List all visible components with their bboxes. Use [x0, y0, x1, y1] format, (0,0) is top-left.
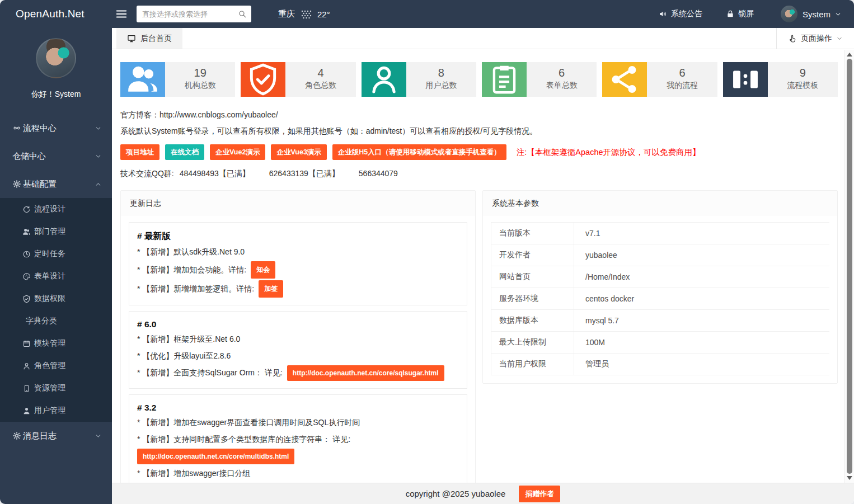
- people-icon: [120, 62, 165, 97]
- lock-icon: [726, 10, 735, 18]
- share-icon: [602, 62, 647, 97]
- scroll-up-arrow[interactable]: [847, 53, 852, 56]
- stat-value: 9: [768, 66, 838, 79]
- phone-icon: [22, 384, 31, 393]
- sidebar-subitem[interactable]: 字典分类: [0, 310, 112, 332]
- page-actions-label: 页面操作: [801, 34, 832, 44]
- qq-group: 484498493【已满】: [180, 169, 250, 178]
- qq-group: 626433139【已满】: [269, 169, 340, 178]
- hand-pointer-icon: [788, 34, 797, 43]
- clipboard-icon: [482, 62, 527, 97]
- sidebar-subitem[interactable]: 资源管理: [0, 377, 112, 399]
- chevron-down-icon: [95, 153, 102, 160]
- chevron-up-icon: [95, 181, 102, 188]
- changelog-link-button[interactable]: http://doc.openauth.net.cn/core/sqlsugar…: [287, 365, 444, 381]
- sidebar-subitem-label: 角色管理: [34, 361, 65, 371]
- system-params-title: 系统基本参数: [483, 191, 837, 215]
- username[interactable]: System: [803, 10, 830, 19]
- changelog-link-button[interactable]: 知会: [251, 261, 275, 279]
- sidebar-item[interactable]: 仓储中心: [0, 142, 112, 170]
- stats-row: 19机构总数4角色总数8用户总数6表单总数6我的流程9流程模板: [120, 62, 838, 97]
- promo-button-row: 项目地址在线文档企业Vue2演示企业Vue3演示企业版H5入口（请使用移动模式或…: [120, 144, 838, 160]
- menu-icon[interactable]: [115, 8, 128, 20]
- changelog-link-button[interactable]: http://doc.openauth.net.cn/core/multidbs…: [137, 449, 294, 464]
- table-row: 当前版本v7.1: [491, 223, 830, 244]
- search-input[interactable]: [137, 6, 251, 22]
- menu-icon: [115, 8, 128, 20]
- sidebar-item[interactable]: 流程中心: [0, 114, 112, 142]
- sidebar-nav: 流程中心仓储中心基础配置流程设计部门管理定时任务表单设计数据权限字典分类模块管理…: [0, 114, 112, 450]
- phone-icon: [22, 384, 31, 393]
- sidebar-subitem-label: 用户管理: [34, 406, 65, 416]
- scrollbar-thumb[interactable]: [847, 59, 852, 474]
- chevron-down-icon: [95, 432, 102, 440]
- changelog-section: # 3.2* 【新增】增加在swagger界面查看接口调用时间及SQL执行时间*…: [129, 394, 467, 483]
- lock-screen-button[interactable]: 锁屏: [726, 9, 754, 19]
- promo-button[interactable]: 企业版H5入口（请使用移动模式或者直接手机查看）: [332, 144, 506, 160]
- stat-value: 19: [165, 66, 235, 79]
- stat-value: 4: [285, 66, 355, 79]
- param-value: v7.1: [574, 223, 830, 244]
- sidebar-item[interactable]: 消息日志: [0, 422, 112, 450]
- chevron-down-icon: [95, 125, 102, 132]
- promo-button[interactable]: 企业Vue3演示: [271, 144, 326, 160]
- sidebar-subitem[interactable]: 表单设计: [0, 265, 112, 288]
- promo-button[interactable]: 企业Vue2演示: [210, 144, 265, 160]
- stat-card: 6我的流程: [602, 62, 717, 97]
- tab-home[interactable]: 后台首页: [116, 28, 182, 49]
- stat-value-block: 6表单总数: [527, 62, 597, 97]
- qq-line: 技术交流QQ群:484498493【已满】626433139【已满】566344…: [120, 169, 838, 179]
- stat-label: 机构总数: [165, 81, 235, 91]
- topbar-right: 系统公告 锁屏 System: [659, 6, 854, 22]
- people-icon: [120, 62, 165, 97]
- calendar-icon: [22, 340, 31, 348]
- tab-bar: 后台首页 页面操作: [112, 28, 854, 49]
- changelog-item: * 【新增】支持同时配置多个类型数据库的连接字符串： 详见:: [137, 432, 459, 447]
- chevron-down-icon[interactable]: [834, 11, 842, 18]
- scroll-down-arrow[interactable]: [847, 476, 852, 480]
- topbar-left: 重庆 22°: [112, 6, 330, 22]
- search-icon: [238, 10, 247, 18]
- chevron-up-icon: [95, 181, 102, 188]
- stat-value: 6: [647, 66, 717, 79]
- weather-haze-icon: [299, 7, 313, 21]
- avatar[interactable]: [781, 6, 797, 22]
- page-actions-dropdown[interactable]: 页面操作: [776, 28, 854, 49]
- palette-icon: [22, 272, 31, 281]
- param-value: /Home/Index: [574, 266, 830, 288]
- sidebar-subitem[interactable]: 模块管理: [0, 332, 112, 355]
- changelog-item: * 【新增】增加知会功能。详情:知会: [137, 261, 459, 279]
- sidebar-subitem[interactable]: 角色管理: [0, 355, 112, 377]
- changelog-item: http://doc.openauth.net.cn/core/multidbs…: [137, 449, 459, 464]
- promo-button[interactable]: 项目地址: [120, 144, 159, 160]
- hand-pointer-icon: [788, 34, 797, 43]
- person-icon: [362, 62, 406, 97]
- clock-icon: [22, 250, 31, 258]
- tab-home-label: 后台首页: [140, 34, 172, 44]
- sidebar-subitem[interactable]: 部门管理: [0, 220, 112, 243]
- announcement-button[interactable]: 系统公告: [659, 9, 702, 19]
- donate-button[interactable]: 捐赠作者: [519, 486, 560, 502]
- gear-icon: [12, 180, 21, 189]
- stat-card: 9流程模板: [723, 62, 838, 97]
- changelog-link-button[interactable]: 加签: [259, 280, 283, 298]
- chevron-down-icon: [836, 35, 843, 42]
- sidebar-item[interactable]: 基础配置: [0, 170, 112, 198]
- avatar: [36, 38, 76, 78]
- share-icon: [602, 62, 647, 97]
- sidebar-subitem-label: 数据权限: [34, 294, 65, 304]
- search-box: [137, 6, 251, 22]
- param-label: 当前版本: [491, 223, 574, 244]
- chevron-down-icon: [834, 11, 842, 18]
- changelog-section: # 6.0* 【新增】框架升级至.Net 6.0* 【优化】升级layui至2.…: [129, 311, 467, 389]
- sidebar-subitem[interactable]: 用户管理: [0, 399, 112, 422]
- sidebar-subitem[interactable]: 定时任务: [0, 243, 112, 265]
- clock-icon: [22, 250, 31, 258]
- system-params-table: 当前版本v7.1开发作者yubaolee网站首页/Home/Index服务器环境…: [491, 222, 829, 375]
- stat-value-block: 8用户总数: [406, 62, 476, 97]
- sidebar-subitem[interactable]: 数据权限: [0, 288, 112, 310]
- sidebar-subitem[interactable]: 流程设计: [0, 198, 112, 220]
- stat-value: 8: [406, 66, 476, 79]
- tip-line: 系统默认System账号登录，可以查看所有权限，如果用其他账号（如：admin/…: [120, 126, 838, 136]
- promo-button[interactable]: 在线文档: [165, 144, 204, 160]
